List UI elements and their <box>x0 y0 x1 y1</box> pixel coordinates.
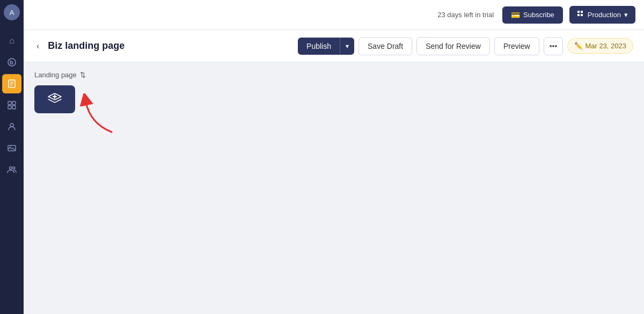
content-header: ‹ Biz landing page Publish ▾ Save Draft … <box>24 30 644 62</box>
sidebar-item-team[interactable] <box>2 160 21 179</box>
sidebar-item-media[interactable] <box>2 138 21 158</box>
sidebar-item-pages[interactable] <box>2 74 21 93</box>
save-draft-button[interactable]: Save Draft <box>358 37 412 55</box>
production-icon <box>577 10 584 19</box>
publish-button[interactable]: Publish <box>298 38 340 55</box>
sort-icon: ⇅ <box>80 71 86 79</box>
chevron-down-icon: ▾ <box>624 11 628 19</box>
sidebar-item-contacts[interactable] <box>2 117 21 136</box>
main-area: 23 days left in trial 💳 Subscribe Produc… <box>24 0 644 314</box>
publish-button-group: Publish ▾ <box>298 38 354 55</box>
page-title: Biz landing page <box>48 40 291 52</box>
svg-rect-18 <box>581 14 583 16</box>
svg-point-10 <box>10 123 13 127</box>
topbar: 23 days left in trial 💳 Subscribe Produc… <box>24 0 644 30</box>
svg-rect-16 <box>581 11 583 13</box>
svg-rect-17 <box>577 14 580 16</box>
svg-text:b: b <box>10 59 13 65</box>
avatar[interactable]: A <box>4 4 20 20</box>
add-block-icon <box>47 92 62 107</box>
svg-point-13 <box>10 167 12 170</box>
svg-point-12 <box>10 147 11 148</box>
sidebar-item-grid[interactable] <box>2 96 21 115</box>
more-options-button[interactable]: ••• <box>544 37 564 55</box>
sidebar: A ⌂ b <box>0 0 24 314</box>
production-button[interactable]: Production ▾ <box>569 6 635 24</box>
landing-page-breadcrumb[interactable]: Landing page ⇅ <box>34 71 633 79</box>
back-button[interactable]: ‹ <box>34 39 41 53</box>
sidebar-item-home[interactable]: ⌂ <box>2 31 21 50</box>
send-review-button[interactable]: Send for Review <box>416 37 490 55</box>
svg-rect-15 <box>577 11 580 13</box>
subscribe-icon: 💳 <box>511 11 520 19</box>
date-badge: ✏️ Mar 23, 2023 <box>567 38 633 54</box>
subscribe-button[interactable]: 💳 Subscribe <box>502 6 563 24</box>
svg-rect-9 <box>12 106 16 109</box>
svg-rect-6 <box>8 101 11 105</box>
publish-dropdown-button[interactable]: ▾ <box>340 38 354 55</box>
svg-rect-7 <box>12 101 16 105</box>
add-block-button[interactable] <box>34 85 75 113</box>
trial-text: 23 days left in trial <box>437 11 494 19</box>
svg-point-14 <box>13 167 15 169</box>
header-actions: Publish ▾ Save Draft Send for Review Pre… <box>298 37 633 55</box>
content-area: Landing page ⇅ <box>24 62 644 314</box>
preview-button[interactable]: Preview <box>494 37 539 55</box>
arrow-annotation <box>77 93 120 136</box>
sidebar-item-brand[interactable]: b <box>2 53 21 72</box>
svg-rect-8 <box>8 106 11 109</box>
pencil-icon: ✏️ <box>574 42 583 50</box>
